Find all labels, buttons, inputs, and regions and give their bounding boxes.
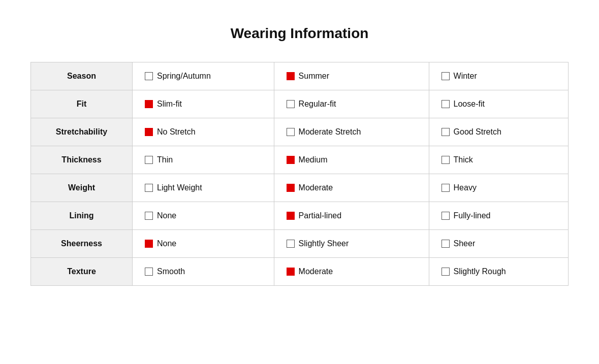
checkbox-selected xyxy=(287,268,295,276)
row-label: Texture xyxy=(31,258,133,286)
checkbox-selected xyxy=(287,212,295,220)
checkbox-empty xyxy=(442,100,450,108)
cell-option: Summer xyxy=(287,72,417,81)
option-label: None xyxy=(157,239,176,248)
cell-option: Thin xyxy=(145,155,262,164)
option-label: Sheer xyxy=(454,239,476,248)
cell-option: Regular-fit xyxy=(287,100,417,109)
cell-option: Sheer xyxy=(442,239,556,248)
option-cell: Slim-fit xyxy=(133,90,274,118)
option-cell: Thin xyxy=(133,146,274,174)
cell-option: Good Stretch xyxy=(442,127,556,137)
option-cell: Partial-lined xyxy=(274,202,429,230)
checkbox-empty xyxy=(145,184,153,192)
page-title: Wearing Information xyxy=(30,25,569,42)
option-label: Smooth xyxy=(157,267,185,276)
table-row: WeightLight WeightModerateHeavy xyxy=(31,174,569,202)
option-label: Moderate Stretch xyxy=(299,127,361,137)
cell-option: Slim-fit xyxy=(145,100,262,109)
checkbox-empty xyxy=(145,156,153,164)
option-cell: Medium xyxy=(274,146,429,174)
cell-option: None xyxy=(145,211,262,220)
row-label: Sheerness xyxy=(31,230,133,258)
checkbox-empty xyxy=(145,212,153,220)
option-cell: Loose-fit xyxy=(429,90,568,118)
option-label: Slightly Rough xyxy=(454,267,506,276)
page-wrapper: Wearing Information SeasonSpring/AutumnS… xyxy=(10,10,589,301)
option-label: Light Weight xyxy=(157,183,202,192)
option-cell: Light Weight xyxy=(133,174,274,202)
cell-option: Moderate Stretch xyxy=(287,127,417,137)
checkbox-selected xyxy=(145,100,153,108)
option-cell: None xyxy=(133,202,274,230)
option-label: Heavy xyxy=(454,183,477,192)
row-label: Thickness xyxy=(31,146,133,174)
option-label: Good Stretch xyxy=(454,127,501,137)
table-row: ThicknessThinMediumThick xyxy=(31,146,569,174)
option-cell: Moderate Stretch xyxy=(274,118,429,146)
checkbox-empty xyxy=(287,128,295,136)
cell-option: Fully-lined xyxy=(442,211,556,220)
option-label: Winter xyxy=(454,72,477,81)
row-label: Season xyxy=(31,62,133,90)
info-table: SeasonSpring/AutumnSummerWinterFitSlim-f… xyxy=(30,62,569,286)
option-label: Regular-fit xyxy=(299,100,336,109)
option-label: Partial-lined xyxy=(299,211,341,220)
checkbox-selected xyxy=(145,128,153,136)
option-cell: Moderate xyxy=(274,174,429,202)
row-label: Stretchability xyxy=(31,118,133,146)
cell-option: Light Weight xyxy=(145,183,262,192)
option-label: Slim-fit xyxy=(157,100,182,109)
cell-option: Heavy xyxy=(442,183,556,192)
option-label: Moderate xyxy=(299,183,333,192)
checkbox-selected xyxy=(287,156,295,164)
checkbox-empty xyxy=(442,72,450,80)
table-row: LiningNonePartial-linedFully-lined xyxy=(31,202,569,230)
option-cell: None xyxy=(133,230,274,258)
option-label: Medium xyxy=(299,155,328,164)
checkbox-empty xyxy=(287,240,295,248)
option-label: Summer xyxy=(299,72,329,81)
option-label: Spring/Autumn xyxy=(157,72,211,81)
option-label: None xyxy=(157,211,176,220)
option-label: No Stretch xyxy=(157,127,196,137)
table-row: FitSlim-fitRegular-fitLoose-fit xyxy=(31,90,569,118)
option-label: Thick xyxy=(454,155,473,164)
cell-option: Medium xyxy=(287,155,417,164)
cell-option: Slightly Sheer xyxy=(287,239,417,248)
cell-option: Thick xyxy=(442,155,556,164)
option-cell: Regular-fit xyxy=(274,90,429,118)
checkbox-selected xyxy=(287,184,295,192)
checkbox-empty xyxy=(442,184,450,192)
option-cell: Fully-lined xyxy=(429,202,568,230)
row-label: Weight xyxy=(31,174,133,202)
option-label: Fully-lined xyxy=(454,211,491,220)
option-label: Thin xyxy=(157,155,173,164)
cell-option: Partial-lined xyxy=(287,211,417,220)
cell-option: No Stretch xyxy=(145,127,262,137)
checkbox-selected xyxy=(287,72,295,80)
option-cell: Summer xyxy=(274,62,429,90)
option-cell: Spring/Autumn xyxy=(133,62,274,90)
checkbox-empty xyxy=(442,240,450,248)
checkbox-empty xyxy=(442,268,450,276)
cell-option: Loose-fit xyxy=(442,100,556,109)
option-label: Slightly Sheer xyxy=(299,239,349,248)
table-row: SeasonSpring/AutumnSummerWinter xyxy=(31,62,569,90)
checkbox-empty xyxy=(442,156,450,164)
table-row: TextureSmoothModerateSlightly Rough xyxy=(31,258,569,286)
checkbox-empty xyxy=(287,100,295,108)
option-cell: Winter xyxy=(429,62,568,90)
cell-option: Winter xyxy=(442,72,556,81)
cell-option: Spring/Autumn xyxy=(145,72,262,81)
cell-option: Slightly Rough xyxy=(442,267,556,276)
option-cell: Moderate xyxy=(274,258,429,286)
checkbox-empty xyxy=(442,128,450,136)
checkbox-empty xyxy=(442,212,450,220)
option-cell: Good Stretch xyxy=(429,118,568,146)
cell-option: Smooth xyxy=(145,267,262,276)
option-cell: Thick xyxy=(429,146,568,174)
option-label: Moderate xyxy=(299,267,333,276)
cell-option: None xyxy=(145,239,262,248)
checkbox-selected xyxy=(145,240,153,248)
